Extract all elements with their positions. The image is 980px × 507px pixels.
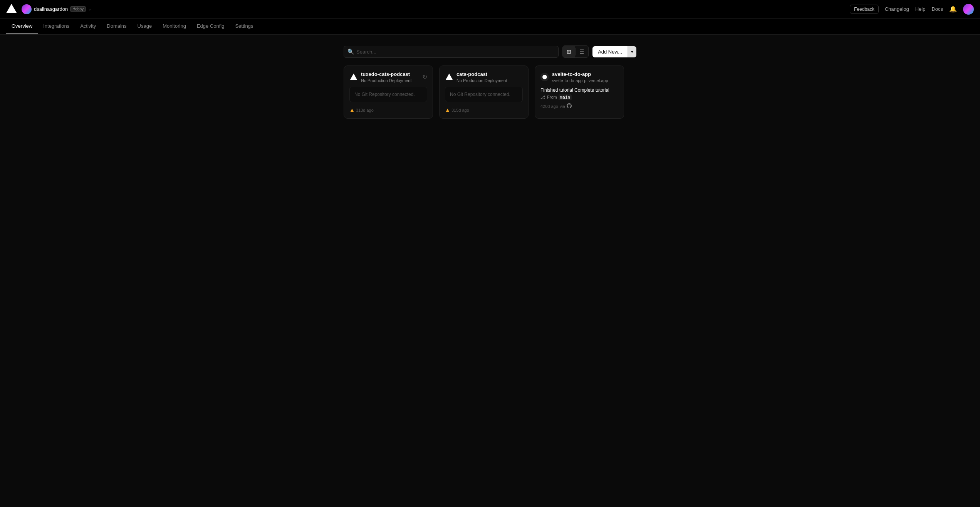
warning-icon: ▲ — [349, 107, 355, 113]
tab-integrations[interactable]: Integrations — [38, 18, 75, 34]
user-name: dsalinasgardon — [34, 6, 68, 12]
project-triangle-icon — [445, 73, 453, 81]
branch-icon: ⎇ — [540, 95, 545, 100]
footer-row: 420d ago via — [540, 103, 618, 109]
add-new-chevron-button[interactable]: ▾ — [628, 46, 636, 57]
list-view-button[interactable]: ☰ — [576, 46, 588, 57]
feedback-button[interactable]: Feedback — [850, 5, 879, 14]
docs-link[interactable]: Docs — [931, 6, 943, 12]
main-content: 🔍 ⊞ ☰ Add New... ▾ tuxedo-cats-podcast — [0, 35, 980, 129]
tab-settings[interactable]: Settings — [230, 18, 258, 34]
card-header: svelte-to-do-app svelte-to-do-app-pi.ver… — [540, 71, 618, 83]
search-controls-row: 🔍 ⊞ ☰ Add New... ▾ — [344, 45, 636, 58]
hobby-badge: Hobby — [70, 6, 86, 12]
card-title-info: tuxedo-cats-podcast No Production Deploy… — [361, 71, 411, 83]
notifications-icon[interactable]: 🔔 — [949, 5, 957, 13]
tab-activity[interactable]: Activity — [75, 18, 101, 34]
deploy-status-text: Finished tutorial — [540, 87, 574, 93]
tab-overview[interactable]: Overview — [6, 18, 38, 34]
timestamp: 313d ago — [356, 108, 374, 112]
project-domain: svelte-to-do-app-pi.vercel.app — [552, 78, 608, 83]
tab-usage[interactable]: Usage — [132, 18, 158, 34]
add-new-button[interactable]: Add New... — [592, 46, 628, 57]
project-triangle-icon — [349, 73, 358, 81]
nav-actions: Feedback Changelog Help Docs 🔔 — [850, 4, 974, 15]
branch-name: main — [559, 94, 572, 100]
sub-navigation: Overview Integrations Activity Domains U… — [0, 18, 980, 35]
card-title-info: svelte-to-do-app svelte-to-do-app-pi.ver… — [552, 71, 608, 83]
timestamp: 315d ago — [451, 108, 469, 112]
card-footer: ▲ 315d ago — [445, 107, 523, 113]
project-card-cats-podcast[interactable]: cats-podcast No Production Deployment No… — [439, 65, 529, 119]
project-name: cats-podcast — [456, 71, 507, 77]
help-link[interactable]: Help — [915, 6, 926, 12]
vercel-logo[interactable] — [6, 3, 17, 15]
tab-domains[interactable]: Domains — [101, 18, 132, 34]
via-text: via — [560, 104, 565, 109]
tab-monitoring[interactable]: Monitoring — [157, 18, 191, 34]
deploy-info: Finished tutorial Complete tutorial ⎇ Fr… — [540, 87, 618, 100]
card-footer: ▲ 313d ago — [349, 107, 427, 113]
from-label: From — [547, 95, 557, 99]
deploy-commit-text: Complete tutorial — [574, 87, 609, 93]
search-input[interactable] — [344, 46, 559, 58]
changelog-link[interactable]: Changelog — [885, 6, 909, 12]
card-header: tuxedo-cats-podcast No Production Deploy… — [349, 71, 427, 83]
project-status: No Production Deployment — [456, 78, 507, 83]
user-chevron-icon: ⌄ — [88, 7, 91, 11]
search-icon: 🔍 — [347, 49, 354, 55]
project-card-tuxedo-cats-podcast[interactable]: tuxedo-cats-podcast No Production Deploy… — [344, 65, 433, 119]
repo-text: No Git Repository connected. — [450, 92, 510, 97]
svelte-project-icon — [540, 73, 549, 81]
search-wrapper: 🔍 — [344, 46, 559, 58]
card-title-row: svelte-to-do-app svelte-to-do-app-pi.ver… — [540, 71, 608, 83]
warning-icon: ▲ — [445, 107, 450, 113]
projects-grid: tuxedo-cats-podcast No Production Deploy… — [344, 65, 636, 119]
deploy-branch-row: ⎇ From main — [540, 94, 618, 100]
top-navigation: dsalinasgardon Hobby ⌄ Feedback Changelo… — [0, 0, 980, 18]
tab-edge-config[interactable]: Edge Config — [191, 18, 230, 34]
user-avatar-menu[interactable] — [963, 4, 974, 15]
add-new-group: Add New... ▾ — [592, 46, 636, 57]
user-avatar — [22, 4, 32, 14]
github-icon — [567, 103, 572, 109]
project-status: No Production Deployment — [361, 78, 411, 83]
project-card-svelte-to-do-app[interactable]: svelte-to-do-app svelte-to-do-app-pi.ver… — [535, 65, 624, 119]
project-name: svelte-to-do-app — [552, 71, 608, 77]
card-footer: 420d ago via — [540, 103, 618, 109]
card-repo-info: No Git Repository connected. — [349, 87, 427, 102]
view-controls: ⊞ ☰ — [562, 45, 589, 58]
grid-view-button[interactable]: ⊞ — [563, 46, 575, 57]
user-badge[interactable]: dsalinasgardon Hobby ⌄ — [22, 4, 91, 14]
timestamp: 420d ago — [540, 104, 558, 109]
repo-text: No Git Repository connected. — [354, 92, 415, 97]
card-header: cats-podcast No Production Deployment — [445, 71, 523, 83]
card-title-row: cats-podcast No Production Deployment — [445, 71, 507, 83]
project-name: tuxedo-cats-podcast — [361, 71, 411, 77]
card-refresh-icon[interactable]: ↻ — [422, 73, 427, 81]
card-title-info: cats-podcast No Production Deployment — [456, 71, 507, 83]
card-title-row: tuxedo-cats-podcast No Production Deploy… — [349, 71, 411, 83]
card-repo-info: No Git Repository connected. — [445, 87, 523, 102]
